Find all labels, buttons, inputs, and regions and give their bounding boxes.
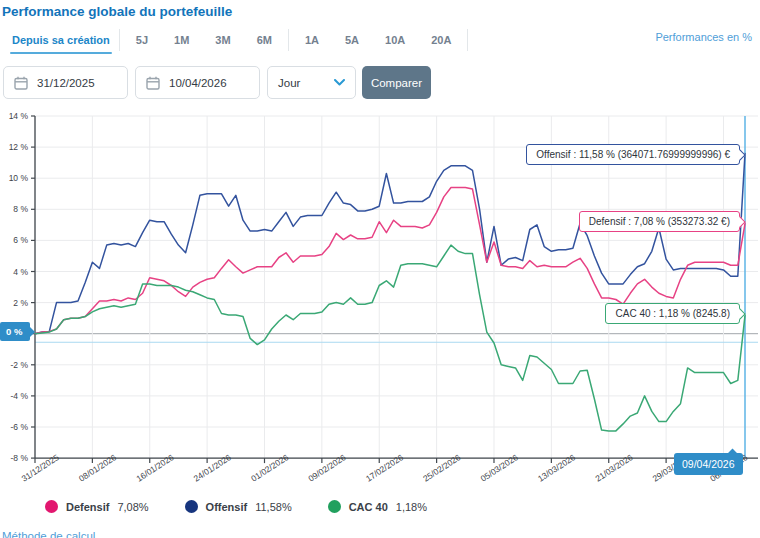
- legend-dot: [185, 500, 198, 513]
- chevron-down-icon: [334, 79, 345, 86]
- start-date-value: 31/12/2025: [37, 77, 95, 89]
- x-tick-label: 16/01/2026: [134, 452, 175, 484]
- tab-5j[interactable]: 5J: [123, 28, 161, 52]
- y-tick-label: 4 %: [13, 267, 28, 277]
- offensif-tooltip: Offensif : 11,58 % (364071.76999999996) …: [526, 144, 740, 165]
- legend-dot: [328, 500, 341, 513]
- tab-5a[interactable]: 5A: [332, 28, 372, 52]
- legend-name: Defensif: [66, 501, 109, 513]
- end-date-value: 10/04/2026: [169, 77, 227, 89]
- page-title: Performance globale du portefeuille: [2, 4, 232, 19]
- cac-40-tooltip: CAC 40 : 1,18 % (8245.8): [605, 303, 740, 324]
- compare-button[interactable]: Comparer: [362, 66, 431, 99]
- y-tick-label: 14 %: [9, 111, 29, 121]
- legend-item-cac-40[interactable]: CAC 401,18%: [328, 500, 427, 513]
- x-tick-label: 25/02/2026: [421, 452, 462, 484]
- x-tick-label: 08/01/2026: [77, 452, 118, 484]
- legend-value: 11,58%: [255, 501, 292, 513]
- calculation-method-link[interactable]: Méthode de calcul: [2, 530, 95, 538]
- tab-separator: [288, 29, 289, 51]
- calendar-icon: [14, 76, 28, 90]
- legend-item-defensif[interactable]: Defensif7,08%: [45, 500, 149, 513]
- x-tick-label: 24/01/2026: [192, 452, 233, 484]
- zero-percent-badge: 0 %: [0, 322, 30, 341]
- performances-link[interactable]: Performances en %: [655, 31, 752, 43]
- chart-legend: Defensif7,08%Offensif11,58%CAC 401,18%: [45, 500, 427, 513]
- tab-separator: [467, 29, 468, 51]
- tab-10a[interactable]: 10A: [372, 28, 418, 52]
- x-tick-label: 05/03/2026: [479, 452, 520, 484]
- y-tick-label: -8 %: [11, 453, 29, 463]
- tab-separator: [119, 29, 120, 51]
- legend-dot: [45, 500, 58, 513]
- y-tick-label: -4 %: [11, 391, 29, 401]
- hover-date-badge: 09/04/2026: [674, 453, 743, 475]
- y-tick-label: 12 %: [9, 142, 29, 152]
- x-tick-label: 01/02/2026: [249, 452, 290, 484]
- x-tick-label: 09/02/2026: [307, 452, 348, 484]
- x-tick-label: 21/03/2026: [593, 452, 634, 484]
- y-tick-label: 6 %: [13, 235, 28, 245]
- tab-20a[interactable]: 20A: [418, 28, 464, 52]
- series-line-cac-40: [35, 245, 745, 431]
- y-tick-label: -6 %: [11, 422, 29, 432]
- interval-select[interactable]: Jour: [267, 66, 356, 99]
- legend-name: Offensif: [206, 501, 248, 513]
- tab-1a[interactable]: 1A: [292, 28, 332, 52]
- y-tick-label: 2 %: [13, 298, 28, 308]
- performance-line-chart[interactable]: -8 %-6 %-4 %-2 %0 %2 %4 %6 %8 %10 %12 %1…: [0, 108, 760, 493]
- interval-value: Jour: [278, 77, 300, 89]
- tab-1m[interactable]: 1M: [161, 28, 202, 52]
- period-tabs: Depuis sa création5J1M3M6M1A5A10A20A: [6, 26, 471, 53]
- legend-name: CAC 40: [349, 501, 388, 513]
- legend-value: 1,18%: [396, 501, 427, 513]
- x-tick-label: 13/03/2026: [536, 452, 577, 484]
- tab-6m[interactable]: 6M: [244, 28, 285, 52]
- y-tick-label: 10 %: [9, 173, 29, 183]
- end-date-input[interactable]: 10/04/2026: [135, 66, 260, 99]
- portfolio-performance-panel: Performance globale du portefeuille Depu…: [0, 0, 760, 538]
- defensif-tooltip: Defensif : 7,08 % (353273.32 €): [579, 211, 740, 232]
- legend-item-offensif[interactable]: Offensif11,58%: [185, 500, 292, 513]
- tab-depuis-sa-cr-ation[interactable]: Depuis sa création: [6, 28, 116, 52]
- calendar-icon: [146, 76, 160, 90]
- y-tick-label: 8 %: [13, 204, 28, 214]
- chart-controls: 31/12/2025 10/04/2026 Jour Comparer: [3, 66, 431, 99]
- start-date-input[interactable]: 31/12/2025: [3, 66, 128, 99]
- tab-3m[interactable]: 3M: [202, 28, 243, 52]
- x-tick-label: 17/02/2026: [364, 452, 405, 484]
- legend-value: 7,08%: [117, 501, 148, 513]
- y-tick-label: -2 %: [11, 360, 29, 370]
